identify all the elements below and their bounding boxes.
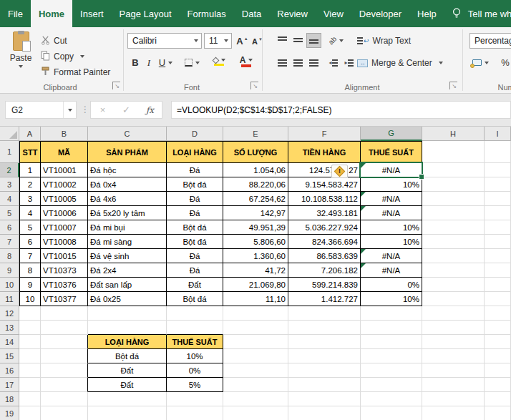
cell-D12[interactable] bbox=[167, 306, 223, 321]
cell-A8[interactable]: 7 bbox=[19, 249, 41, 263]
cell-F18[interactable] bbox=[288, 392, 361, 406]
insert-function-icon[interactable]: ƒx bbox=[138, 102, 162, 118]
cell-G15[interactable] bbox=[361, 349, 422, 363]
cell-A3[interactable]: 2 bbox=[19, 177, 41, 192]
cell-A15[interactable] bbox=[19, 349, 41, 363]
cell-B8[interactable]: VT10015 bbox=[41, 249, 88, 263]
cell-I14[interactable] bbox=[485, 335, 511, 349]
tab-review[interactable]: Review bbox=[269, 0, 316, 27]
cell-F12[interactable] bbox=[288, 306, 361, 321]
paste-dropdown-arrow[interactable] bbox=[19, 65, 23, 68]
bold-button[interactable]: B bbox=[129, 55, 142, 70]
cell-G4[interactable]: #N/A bbox=[361, 192, 422, 206]
cell-H5[interactable] bbox=[422, 206, 485, 220]
middle-align-button[interactable] bbox=[291, 33, 306, 48]
cell-A18[interactable] bbox=[19, 392, 41, 406]
cell-B9[interactable]: VT10373 bbox=[41, 263, 88, 278]
copy-button[interactable]: Copy bbox=[41, 49, 84, 64]
row-header-13[interactable]: 13 bbox=[0, 321, 19, 335]
column-header-C[interactable]: C bbox=[88, 127, 167, 141]
underline-dropdown-arrow[interactable] bbox=[168, 62, 172, 64]
number-format-combobox[interactable]: Percentage bbox=[469, 33, 511, 49]
tab-insert[interactable]: Insert bbox=[72, 0, 112, 27]
cell-B5[interactable]: VT10006 bbox=[41, 206, 88, 220]
cell-F2[interactable]: 124.5727 bbox=[288, 163, 361, 177]
font-dialog-launcher-icon[interactable]: ↘ bbox=[250, 82, 258, 89]
cell-B16[interactable] bbox=[41, 363, 88, 378]
cell-E17[interactable] bbox=[223, 378, 288, 392]
cell-A16[interactable] bbox=[19, 363, 41, 378]
underline-button[interactable]: U bbox=[156, 55, 175, 70]
align-left-button[interactable] bbox=[275, 55, 290, 70]
cell-H11[interactable] bbox=[422, 292, 485, 306]
cell-A7[interactable]: 6 bbox=[19, 235, 41, 249]
cell-C1[interactable]: SẢN PHẨM bbox=[88, 141, 167, 163]
cell-B12[interactable] bbox=[41, 306, 88, 321]
cell-C7[interactable]: Đá mi sàng bbox=[88, 235, 167, 249]
cell-C11[interactable]: Đá 0x25 bbox=[88, 292, 167, 306]
row-header-16[interactable]: 16 bbox=[0, 363, 19, 378]
cell-A5[interactable]: 4 bbox=[19, 206, 41, 220]
merge-and-center-dropdown-arrow[interactable] bbox=[439, 62, 443, 64]
cell-C5[interactable]: Đá 5x20 ly tâm bbox=[88, 206, 167, 220]
cell-A13[interactable] bbox=[19, 321, 41, 335]
tab-developer[interactable]: Developer bbox=[351, 0, 409, 27]
cell-E5[interactable]: 142,97 bbox=[223, 206, 288, 220]
accounting-format-dropdown-arrow[interactable] bbox=[485, 62, 489, 64]
cell-I6[interactable] bbox=[485, 220, 511, 235]
cell-A17[interactable] bbox=[19, 378, 41, 392]
cell-C14[interactable]: LOẠI HÀNG bbox=[88, 335, 167, 349]
row-header-10[interactable]: 10 bbox=[0, 278, 19, 292]
accounting-format-button[interactable] bbox=[469, 55, 491, 70]
cell-D9[interactable]: Đá bbox=[167, 263, 223, 278]
cell-G9[interactable]: #N/A bbox=[361, 263, 422, 278]
clipboard-dialog-launcher-icon[interactable]: ↘ bbox=[112, 82, 120, 89]
cell-E12[interactable] bbox=[223, 306, 288, 321]
cell-C12[interactable] bbox=[88, 306, 167, 321]
cell-D1[interactable]: LOẠI HÀNG bbox=[167, 141, 223, 163]
cell-F5[interactable]: 32.493.181 bbox=[288, 206, 361, 220]
top-align-button[interactable] bbox=[275, 33, 290, 48]
merge-and-center-button[interactable]: ↔ Merge & Center bbox=[357, 56, 443, 70]
cell-E7[interactable]: 5.806,60 bbox=[223, 235, 288, 249]
cell-G1[interactable]: THUẾ SUẤT bbox=[361, 141, 422, 163]
cell-A12[interactable] bbox=[19, 306, 41, 321]
cell-F10[interactable]: 599.214.839 bbox=[288, 278, 361, 292]
alignment-dialog-launcher-icon[interactable]: ↘ bbox=[449, 82, 457, 89]
cell-H13[interactable] bbox=[422, 321, 485, 335]
cell-I3[interactable] bbox=[485, 177, 511, 192]
cell-G7[interactable]: 10% bbox=[361, 235, 422, 249]
row-header-4[interactable]: 4 bbox=[0, 192, 19, 206]
cell-F1[interactable]: TIỀN HÀNG bbox=[288, 141, 361, 163]
cell-G6[interactable]: 10% bbox=[361, 220, 422, 235]
align-right-button[interactable] bbox=[306, 55, 321, 70]
fill-color-button[interactable] bbox=[208, 54, 230, 69]
row-header-1[interactable]: 1 bbox=[0, 141, 19, 163]
cell-I17[interactable] bbox=[485, 378, 511, 392]
row-header-5[interactable]: 5 bbox=[0, 206, 19, 220]
column-header-F[interactable]: F bbox=[288, 127, 361, 141]
cell-D17[interactable]: 5% bbox=[167, 378, 223, 392]
cell-E14[interactable] bbox=[223, 335, 288, 349]
orientation-button[interactable]: ab bbox=[326, 33, 346, 48]
cell-I16[interactable] bbox=[485, 363, 511, 378]
cell-G14[interactable] bbox=[361, 335, 422, 349]
decrease-indent-button[interactable]: ◂ bbox=[326, 55, 341, 70]
cell-H8[interactable] bbox=[422, 249, 485, 263]
cell-D19[interactable] bbox=[167, 406, 223, 420]
row-header-17[interactable]: 17 bbox=[0, 378, 19, 392]
column-header-D[interactable]: D bbox=[167, 127, 223, 141]
cell-D7[interactable]: Bột đá bbox=[167, 235, 223, 249]
cell-G19[interactable] bbox=[361, 406, 422, 420]
cell-C10[interactable]: Đất san lấp bbox=[88, 278, 167, 292]
cell-I5[interactable] bbox=[485, 206, 511, 220]
paste-button[interactable]: Paste bbox=[5, 31, 36, 68]
cell-E4[interactable]: 67.254,62 bbox=[223, 192, 288, 206]
row-header-12[interactable]: 12 bbox=[0, 306, 19, 321]
copy-dropdown-arrow[interactable] bbox=[80, 55, 84, 58]
cell-A6[interactable]: 5 bbox=[19, 220, 41, 235]
cell-B14[interactable] bbox=[41, 335, 88, 349]
cell-C13[interactable] bbox=[88, 321, 167, 335]
cell-B7[interactable]: VT10008 bbox=[41, 235, 88, 249]
cell-F13[interactable] bbox=[288, 321, 361, 335]
